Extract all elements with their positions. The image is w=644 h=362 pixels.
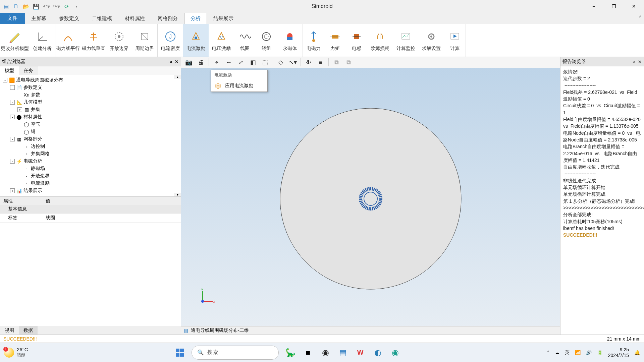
layers-icon[interactable]: ≡: [316, 58, 325, 67]
ribbon-coil[interactable]: 线圈: [234, 24, 256, 57]
menu-home[interactable]: 主屏幕: [25, 13, 53, 24]
ribbon-periodic[interactable]: 周期边界: [132, 24, 157, 57]
model-canvas[interactable]: [181, 68, 560, 326]
tab-view[interactable]: 视图: [0, 326, 19, 335]
pin-icon[interactable]: ⇥: [168, 59, 172, 64]
subtab-model[interactable]: 模型: [0, 66, 19, 75]
tool-3-icon[interactable]: ⤢: [236, 58, 245, 67]
ribbon-magnet[interactable]: 永磁体: [277, 24, 303, 57]
ribbon-monitor[interactable]: 计算监控: [393, 24, 419, 57]
tree-row[interactable]: ◯铜: [0, 128, 181, 135]
taskbar-clock[interactable]: 9:25 2024/7/15: [608, 347, 629, 358]
report-log[interactable]: 敛情况!迭代步数 = 2 --------------------Field残差…: [560, 66, 644, 335]
eye-icon[interactable]: 👁: [304, 58, 313, 67]
model-tree[interactable]: -🟧通电导线周围磁场分布-📄参数定义Xn参数-📐几何模型+▧并集-⬤材料属性◯空…: [0, 75, 181, 196]
ribbon-field-perp[interactable]: 磁力线垂直: [81, 24, 106, 57]
taskbar-app-simdroid[interactable]: ▤: [337, 347, 348, 358]
axes-tool-icon[interactable]: ⤡▾: [288, 58, 297, 67]
tray-cloud-icon[interactable]: ☁: [555, 350, 559, 355]
menu-material[interactable]: 材料属性: [118, 13, 151, 24]
tree-row[interactable]: -🟧通电导线周围磁场分布: [0, 76, 181, 84]
tree-toggle-icon[interactable]: -: [10, 159, 15, 164]
tool-4-icon[interactable]: ◧: [249, 58, 257, 67]
ribbon-inductance[interactable]: 电感: [346, 24, 367, 57]
viewport[interactable]: x y: [181, 68, 560, 326]
close-button[interactable]: ✕: [624, 0, 644, 13]
tree-row[interactable]: ◯空气: [0, 121, 181, 128]
tree-row[interactable]: ·静磁场: [0, 165, 181, 172]
ribbon-ohmic[interactable]: 欧姆损耗: [367, 24, 393, 57]
tree-row[interactable]: ·电流激励: [0, 180, 181, 187]
taskbar-search[interactable]: 🔍 搜索: [192, 346, 279, 360]
tree-scrollbar[interactable]: ▴▾: [174, 75, 181, 196]
taskbar-app-browser1[interactable]: ◐: [372, 347, 383, 358]
print-icon[interactable]: 🖨: [197, 58, 205, 67]
ribbon-change-model[interactable]: 更改分析模型: [0, 24, 30, 57]
ribbon-create-analysis[interactable]: 创建分析: [30, 24, 55, 57]
tree-row[interactable]: +▧并集: [0, 106, 181, 113]
taskbar-app-steam[interactable]: ◉: [320, 347, 331, 358]
panel-close-icon[interactable]: ✕: [638, 59, 642, 64]
taskbar-app-1[interactable]: 🦕: [285, 347, 296, 358]
tray-wifi-icon[interactable]: 📶: [575, 350, 581, 355]
ribbon-field-parallel[interactable]: 磁力线平行: [55, 24, 81, 57]
taskbar-app-wps[interactable]: W: [355, 347, 366, 358]
tree-toggle-icon[interactable]: +: [17, 107, 22, 112]
undo-icon[interactable]: ↶▾: [43, 3, 50, 10]
camera-icon[interactable]: 📷: [184, 58, 193, 67]
paste-icon[interactable]: ⧉: [344, 58, 353, 67]
save-icon[interactable]: 💾: [33, 3, 40, 10]
panel-close-icon[interactable]: ✕: [175, 59, 179, 64]
prop-row[interactable]: 标签 线圈: [0, 214, 181, 223]
redo-icon[interactable]: ↷▾: [53, 3, 60, 10]
new-icon[interactable]: 🗋: [13, 3, 19, 10]
ribbon-current-density[interactable]: J 电流密度: [158, 24, 183, 57]
tree-toggle-icon[interactable]: -: [10, 115, 15, 119]
menu-analysis[interactable]: 分析: [184, 13, 207, 24]
taskbar-weather[interactable]: 26°C 晴朗: [4, 347, 28, 358]
menu-params[interactable]: 参数定义: [53, 13, 86, 24]
tray-ime[interactable]: 英: [565, 350, 570, 356]
copy-icon[interactable]: ⧉: [332, 58, 341, 67]
snap-icon[interactable]: ◇: [276, 58, 285, 67]
ribbon-voltage-excitation[interactable]: V 电压激励: [209, 24, 234, 57]
tree-row[interactable]: ·开放边界: [0, 172, 181, 180]
open-icon[interactable]: 📂: [23, 3, 30, 10]
tray-notifications-icon[interactable]: 🔔: [634, 350, 640, 355]
ribbon-torque[interactable]: 力矩: [324, 24, 346, 57]
menu-file[interactable]: 文件: [0, 13, 25, 24]
ribbon-winding[interactable]: 绕组: [256, 24, 277, 57]
subtab-task[interactable]: 任务: [19, 66, 38, 75]
tool-1-icon[interactable]: ⌖: [212, 58, 221, 67]
tree-row[interactable]: ▫边控制: [0, 143, 181, 150]
pin-icon[interactable]: ⇥: [631, 59, 635, 64]
tree-toggle-icon[interactable]: -: [10, 85, 15, 90]
minimize-button[interactable]: −: [584, 0, 604, 13]
tray-volume-icon[interactable]: 🔊: [586, 350, 592, 355]
tree-row[interactable]: -⚡电磁分析: [0, 158, 181, 165]
tree-row[interactable]: -⬤材料属性: [0, 113, 181, 121]
ribbon-run[interactable]: 计算: [444, 24, 466, 57]
ribbon-open-boundary[interactable]: 开放边界: [106, 24, 132, 57]
tray-battery-icon[interactable]: 🔋: [597, 350, 603, 355]
qat-more-icon[interactable]: ▾: [73, 3, 80, 10]
taskbar-app-edge[interactable]: ◉: [389, 347, 401, 358]
menu-results[interactable]: 结果展示: [207, 13, 240, 24]
tree-row[interactable]: +📊结果展示: [0, 187, 181, 194]
tool-5-icon[interactable]: ⬚: [261, 58, 269, 67]
tree-row[interactable]: -📐几何模型: [0, 99, 181, 106]
tray-chevron-icon[interactable]: ˄: [547, 350, 549, 355]
taskbar-app-2[interactable]: ■: [302, 347, 314, 358]
tool-2-icon[interactable]: ↔: [224, 58, 233, 67]
ribbon-em-force[interactable]: 电磁力: [303, 24, 324, 57]
maximize-button[interactable]: ❐: [604, 0, 624, 13]
tab-data[interactable]: 数据: [19, 326, 38, 335]
tree-row[interactable]: -📄参数定义: [0, 84, 181, 91]
refresh-icon[interactable]: ⟳: [63, 3, 70, 10]
tree-row[interactable]: ▫并集网格: [0, 150, 181, 158]
ribbon-solver-settings[interactable]: 求解设置: [419, 24, 444, 57]
menu-2d[interactable]: 二维建模: [86, 13, 118, 24]
start-button[interactable]: [174, 347, 185, 358]
tree-toggle-icon[interactable]: +: [10, 188, 15, 193]
tree-row[interactable]: Xn参数: [0, 91, 181, 99]
